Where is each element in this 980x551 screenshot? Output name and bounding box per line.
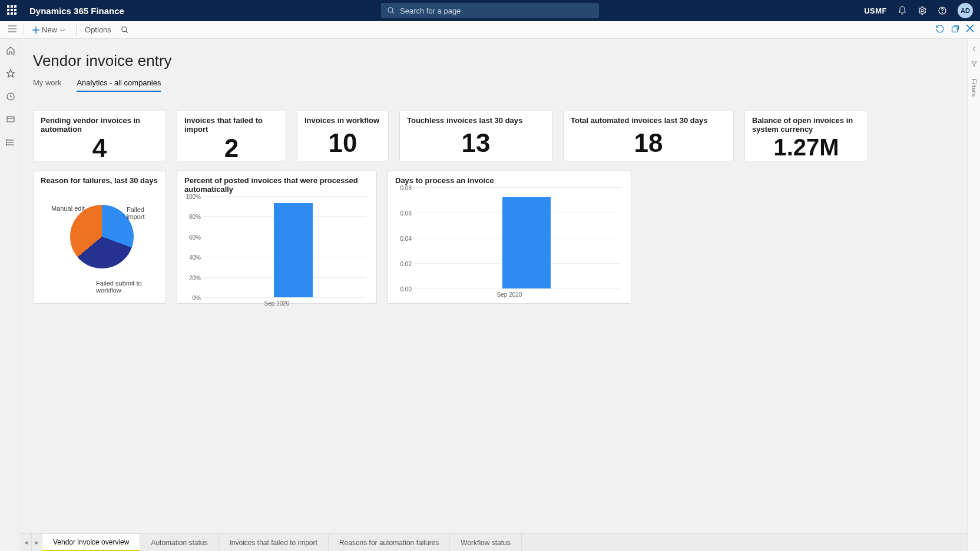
chart-title: Percent of posted invoices that were pro… [184, 176, 369, 194]
tab-automation-status[interactable]: Automation status [140, 534, 218, 551]
page-tabs: My work Analytics - all companies [33, 78, 968, 92]
options-label: Options [85, 25, 111, 34]
app-launcher-icon[interactable] [7, 5, 18, 16]
gear-icon[interactable] [918, 6, 927, 15]
filter-icon[interactable] [971, 61, 978, 69]
main-content: Vendor invoice entry My work Analytics -… [21, 39, 980, 551]
hamburger-icon[interactable] [4, 25, 21, 34]
svg-rect-17 [7, 117, 14, 122]
pie-label: Failed submit to workflow [96, 280, 158, 294]
kpi-touchless[interactable]: Touchless invoices last 30 days 13 [399, 111, 552, 161]
tabs-scroll-left[interactable]: ◄ [21, 534, 32, 551]
chart-title: Reason for failures, last 30 days [41, 176, 158, 185]
search-placeholder: Search for a page [400, 6, 461, 15]
svg-point-4 [942, 12, 942, 13]
kpi-value: 18 [571, 125, 726, 161]
notifications-icon[interactable] [898, 6, 907, 15]
kpi-title: Touchless invoices last 30 days [407, 111, 545, 125]
kpi-row: Pending vendor invoices in automation 4 … [33, 111, 968, 161]
popout-icon[interactable] [951, 24, 960, 35]
tab-reasons-failures[interactable]: Reasons for automation failures [329, 534, 450, 551]
options-button[interactable]: Options [79, 21, 117, 38]
search-input[interactable]: Search for a page [381, 3, 599, 18]
svg-point-23 [6, 142, 6, 142]
kpi-title: Invoices in workflow [304, 116, 381, 125]
tab-failed-import[interactable]: Invoices that failed to import [218, 534, 328, 551]
kpi-value: 2 [184, 134, 279, 163]
company-label[interactable]: USMF [864, 6, 887, 15]
chart-days-process[interactable]: Days to process an invoice 0.08 0.06 0.0… [388, 171, 631, 304]
tab-workflow-status[interactable]: Workflow status [450, 534, 521, 551]
new-label: New [42, 25, 57, 34]
side-nav [0, 39, 21, 551]
tabs-scroll-right[interactable]: ► [32, 534, 42, 551]
pie-chart [70, 205, 134, 268]
help-icon[interactable] [938, 6, 947, 15]
bar [274, 203, 313, 297]
kpi-title: Invoices that failed to import [184, 116, 279, 134]
svg-point-22 [6, 140, 6, 140]
home-icon[interactable] [6, 46, 15, 57]
chart-reason-failures[interactable]: Reason for failures, last 30 days Manual… [33, 171, 166, 304]
kpi-workflow[interactable]: Invoices in workflow 10 [297, 111, 389, 161]
x-axis-label: Sep 2020 [395, 291, 624, 298]
kpi-value: 10 [304, 125, 381, 161]
kpi-balance[interactable]: Balance of open invoices in system curre… [744, 111, 868, 161]
svg-marker-25 [971, 62, 976, 67]
kpi-failed-import[interactable]: Invoices that failed to import 2 [177, 111, 286, 161]
report-tabs: ◄ ► Vendor invoice overview Automation s… [21, 533, 967, 551]
filters-label: Filters [971, 79, 978, 97]
search-icon [387, 6, 395, 15]
kpi-total-auto[interactable]: Total automated invoices last 30 days 18 [563, 111, 734, 161]
svg-point-10 [122, 26, 127, 31]
kpi-value: 13 [407, 125, 545, 161]
pie-label: Manual edit [51, 205, 85, 212]
svg-point-2 [921, 9, 923, 12]
kpi-title: Total automated invoices last 30 days [571, 116, 726, 125]
tab-vendor-invoice-overview[interactable]: Vendor invoice overview [42, 534, 140, 551]
plus-icon [32, 26, 39, 34]
svg-rect-12 [952, 27, 958, 32]
modules-icon[interactable] [6, 138, 15, 149]
svg-line-1 [392, 12, 394, 14]
recent-icon[interactable] [6, 92, 15, 103]
kpi-pending[interactable]: Pending vendor invoices in automation 4 [33, 111, 166, 161]
new-button[interactable]: New [27, 21, 74, 38]
svg-marker-15 [6, 69, 14, 77]
top-nav: Dynamics 365 Finance Search for a page U… [0, 0, 980, 21]
kpi-title: Balance of open invoices in system curre… [752, 116, 860, 134]
bar [502, 197, 551, 288]
page-title: Vendor invoice entry [33, 52, 968, 70]
chart-percent-posted[interactable]: Percent of posted invoices that were pro… [177, 171, 377, 304]
command-bar: New Options [0, 21, 980, 39]
kpi-value: 1.27M [752, 134, 860, 161]
pie-label: Failed import [127, 206, 158, 220]
x-axis-label: Sep 2020 [184, 300, 369, 307]
avatar[interactable]: AD [958, 3, 973, 18]
search-command-icon[interactable] [117, 21, 135, 38]
tab-analytics[interactable]: Analytics - all companies [77, 78, 161, 92]
workspace-icon[interactable] [6, 115, 15, 126]
favorites-icon[interactable] [6, 69, 15, 80]
chevron-left-icon[interactable] [971, 45, 977, 54]
svg-line-11 [126, 31, 128, 32]
svg-point-0 [388, 8, 393, 12]
app-title: Dynamics 365 Finance [29, 6, 124, 16]
chart-title: Days to process an invoice [395, 176, 624, 185]
kpi-title: Pending vendor invoices in automation [41, 116, 158, 134]
chevron-down-icon [59, 27, 65, 33]
filters-rail[interactable]: Filters [967, 39, 980, 551]
refresh-icon[interactable] [935, 24, 945, 35]
tab-my-work[interactable]: My work [33, 78, 61, 92]
charts-row: Reason for failures, last 30 days Manual… [33, 171, 968, 304]
svg-point-24 [6, 144, 6, 145]
close-icon[interactable] [966, 24, 974, 35]
kpi-value: 4 [41, 134, 158, 163]
